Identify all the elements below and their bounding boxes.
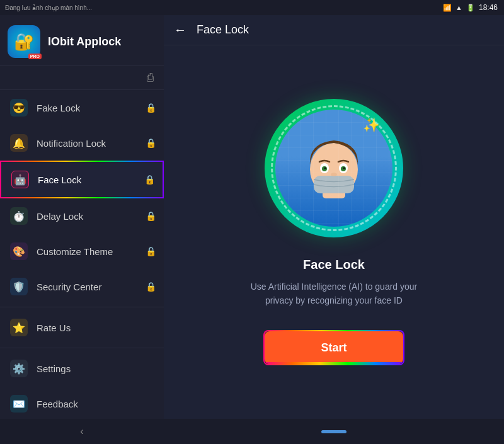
- wifi-icon: 📶: [443, 4, 452, 12]
- nav-divider: [0, 307, 164, 307]
- feature-description: Use Artificial Intelligence (AI) to guar…: [246, 280, 422, 308]
- security-center-lock-icon: 🔒: [146, 282, 156, 292]
- status-bar-right: 📶 ▲ 🔋 18:46: [164, 0, 504, 15]
- face-lock-screen-title: Face Lock: [197, 23, 249, 37]
- home-indicator: [321, 430, 346, 433]
- app-title: IObit Applock: [48, 35, 121, 48]
- settings-icon: ⚙️: [10, 360, 28, 377]
- rate-us-label: Rate Us: [37, 322, 71, 333]
- chevron-left-icon[interactable]: ‹: [80, 426, 83, 437]
- left-panel: Đang lưu ảnh chụp màn hình... 🔐 PRO IObi…: [0, 0, 164, 444]
- delay-lock-lock-icon: 🔒: [146, 211, 156, 221]
- sidebar-item-security-center[interactable]: 🛡️ Security Center 🔒: [0, 269, 164, 304]
- face-lock-lock-icon: 🔒: [144, 174, 155, 185]
- time-display: 18:46: [479, 3, 498, 12]
- sidebar-item-notification-lock[interactable]: 🔔 Notification Lock 🔒: [0, 125, 164, 161]
- fake-lock-icon: 😎: [10, 99, 28, 117]
- face-lock-content: ✨ Face Lock Use Artificial Intelligence …: [164, 45, 504, 419]
- fake-lock-lock-icon: 🔒: [146, 103, 156, 113]
- delay-lock-icon: ⏱️: [10, 207, 28, 225]
- security-center-icon: 🛡️: [10, 278, 28, 295]
- notification-lock-label: Notification Lock: [37, 138, 106, 149]
- face-lock-label: Face Lock: [38, 174, 81, 185]
- sparkle-icon: ✨: [363, 117, 380, 134]
- sidebar-item-face-lock[interactable]: 🤖 Face Lock 🔒: [0, 161, 164, 198]
- nav-divider-2: [0, 348, 164, 348]
- start-button[interactable]: Start: [265, 331, 403, 364]
- app-logo: 🔐 PRO: [8, 25, 40, 58]
- customize-theme-lock-icon: 🔒: [146, 246, 156, 256]
- sidebar-item-fake-lock[interactable]: 😎 Fake Lock 🔒: [0, 90, 164, 125]
- signal-icon: ▲: [455, 4, 462, 11]
- right-header: ← Face Lock: [164, 15, 504, 45]
- sidebar-item-rate-us[interactable]: ⭐ Rate Us: [0, 310, 164, 345]
- sidebar-item-customize-theme[interactable]: 🎨 Customize Theme 🔒: [0, 234, 164, 269]
- sidebar-item-feedback[interactable]: ✉️ Feedback: [0, 386, 164, 419]
- face-lock-icon: 🤖: [11, 171, 29, 188]
- feedback-label: Feedback: [37, 399, 78, 409]
- settings-label: Settings: [37, 363, 71, 374]
- sidebar-item-delay-lock[interactable]: ⏱️ Delay Lock 🔒: [0, 198, 164, 234]
- battery-icon: 🔋: [466, 4, 475, 12]
- security-center-label: Security Center: [37, 282, 101, 292]
- fake-lock-label: Fake Lock: [37, 103, 80, 113]
- face-circle-outer: ✨: [265, 99, 403, 237]
- share-row: ⎙: [0, 66, 164, 90]
- sidebar-item-settings[interactable]: ⚙️ Settings: [0, 351, 164, 386]
- notification-lock-icon: 🔔: [10, 134, 28, 152]
- status-bar-left: Đang lưu ảnh chụp màn hình...: [0, 0, 164, 15]
- customize-theme-label: Customize Theme: [37, 246, 113, 257]
- rate-us-icon: ⭐: [10, 319, 28, 336]
- bottom-bar-right: [164, 419, 504, 444]
- pro-badge: PRO: [28, 54, 42, 59]
- bottom-bar-left: ‹: [0, 419, 164, 444]
- notification-lock-lock-icon: 🔒: [146, 138, 156, 148]
- share-icon[interactable]: ⎙: [147, 71, 154, 84]
- right-panel: 📶 ▲ 🔋 18:46 ← Face Lock: [164, 0, 504, 444]
- app-header: 🔐 PRO IObit Applock: [0, 15, 164, 66]
- face-circle-inner: ✨: [271, 105, 397, 231]
- feedback-icon: ✉️: [10, 395, 28, 413]
- feature-title: Face Lock: [303, 258, 365, 272]
- customize-theme-icon: 🎨: [10, 242, 28, 260]
- nav-section: 😎 Fake Lock 🔒 🔔 Notification Lock 🔒 🤖 Fa…: [0, 90, 164, 419]
- back-button[interactable]: ←: [174, 23, 186, 37]
- start-button-wrapper: Start: [263, 330, 404, 365]
- delay-lock-label: Delay Lock: [37, 211, 83, 222]
- status-text-left: Đang lưu ảnh chụp màn hình...: [5, 4, 92, 11]
